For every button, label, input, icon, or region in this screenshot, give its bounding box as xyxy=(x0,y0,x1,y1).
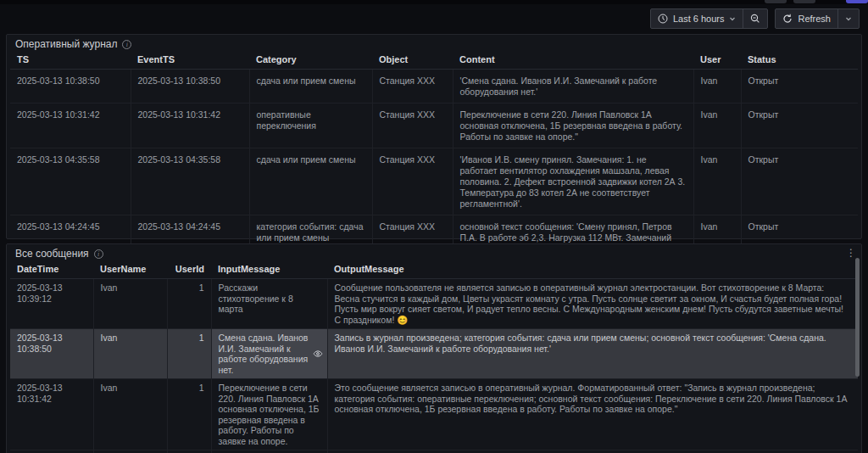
chevron-down-icon xyxy=(845,15,852,22)
time-controls: Last 6 hours xyxy=(650,8,769,29)
chrome-button[interactable] xyxy=(793,0,815,3)
column-header-eventts[interactable]: EventTS xyxy=(131,52,249,70)
chrome-button[interactable] xyxy=(765,0,787,3)
column-header-category[interactable]: Category xyxy=(249,52,372,70)
column-header-content[interactable]: Content xyxy=(453,52,693,70)
column-header-userid[interactable]: UserId xyxy=(167,261,211,279)
table-header-row: DateTime UserName UserId InputMessage Ou… xyxy=(10,261,858,279)
chrome-accent-button[interactable] xyxy=(846,0,868,3)
table-header-row: TS EventTS Category Object Content User … xyxy=(10,52,858,70)
window-chrome xyxy=(0,0,868,4)
panel-header: Все сообщения i xyxy=(7,244,861,261)
column-header-status[interactable]: Status xyxy=(741,52,858,70)
chevron-down-icon xyxy=(729,15,736,22)
panel-operational-journal: Оперативный журнал i TS EventTS Category… xyxy=(6,34,862,239)
info-icon[interactable]: i xyxy=(122,40,131,49)
refresh-button[interactable]: Refresh xyxy=(776,9,837,28)
cell-username: Ivan xyxy=(93,279,167,329)
panel-menu-icon[interactable]: ⋮ xyxy=(846,248,856,258)
zoom-out-button[interactable] xyxy=(743,9,767,28)
refresh-label: Refresh xyxy=(798,14,831,24)
cell-status: Открыт xyxy=(741,70,858,103)
dashboard-toolbar: Last 6 hours Refresh xyxy=(0,4,868,33)
column-header-object[interactable]: Object xyxy=(372,52,453,70)
refresh-controls: Refresh xyxy=(775,8,860,29)
column-header-user[interactable]: User xyxy=(693,52,741,70)
cell-object: Станция XXX xyxy=(372,148,453,215)
cell-output-message: Это сообщение является записью в операти… xyxy=(327,379,858,450)
cell-userid: 1 xyxy=(167,379,211,450)
cell-input-message: Переключение в сети 220. Линия Павловск … xyxy=(211,379,327,450)
panel-title: Все сообщения xyxy=(15,248,89,260)
refresh-icon xyxy=(782,14,793,24)
time-range-picker[interactable]: Last 6 hours xyxy=(651,9,743,28)
cell-datetime: 2025-03-13 10:38:50 xyxy=(10,329,93,379)
cell-object: Станция XXX xyxy=(372,103,453,148)
cell-input-message[interactable]: Смена сдана. Иванов И.И. Замечаний к раб… xyxy=(211,329,327,379)
cell-content: 'Иванов И.В. смену принял. Замечания: 1.… xyxy=(453,148,693,215)
cell-status: Открыт xyxy=(741,148,858,215)
cell-datetime: 2025-03-13 10:30:12 xyxy=(10,450,93,453)
column-header-datetime[interactable]: DateTime xyxy=(10,261,93,279)
column-header-outputmessage[interactable]: OutputMessage xyxy=(327,261,858,279)
column-header-inputmessage[interactable]: InputMessage xyxy=(211,261,327,279)
cell-input-message: Расскажи стихотворение к 8 марта xyxy=(211,279,327,329)
cell-datetime: 2025-03-13 10:39:12 xyxy=(10,279,93,329)
cell-content: Переключение в сети 220. Линия Павловск … xyxy=(453,103,693,148)
journal-table: TS EventTS Category Object Content User … xyxy=(10,52,858,269)
cell-output-message: Запись в журнал произведена; категория с… xyxy=(327,329,858,379)
column-header-ts[interactable]: TS xyxy=(10,52,131,70)
table-row: 2025-03-13 10:39:12 Ivan 1 Расскажи стих… xyxy=(10,279,858,329)
inspect-eye-icon[interactable] xyxy=(313,349,323,359)
cell-username: Ivan xyxy=(93,450,167,453)
cell-eventts: 2025-03-13 10:31:42 xyxy=(131,103,249,148)
cell-datetime: 2025-03-13 10:31:42 xyxy=(10,379,93,450)
cell-output-message: Сообщение пользователя не является запис… xyxy=(327,279,858,329)
cell-eventts: 2025-03-13 10:38:50 xyxy=(131,70,249,103)
cell-ts: 2025-03-13 04:35:58 xyxy=(10,148,131,215)
cell-category: оперативные переключения xyxy=(249,103,372,148)
panel-all-messages: ⋮ Все сообщения i DateTime UserName User… xyxy=(6,243,862,453)
table-row: 2025-03-13 04:35:58 2025-03-13 04:35:58 … xyxy=(10,148,858,215)
cell-userid: 1 xyxy=(167,450,211,453)
cell-category: сдача или прием смены xyxy=(249,70,372,103)
cell-ts: 2025-03-13 10:38:50 xyxy=(10,70,131,103)
cell-content: 'Смена сдана. Иванов И.И. Замечаний к ра… xyxy=(453,70,693,103)
cell-user: Ivan xyxy=(693,103,741,148)
info-icon[interactable]: i xyxy=(94,249,103,259)
table-row: 2025-03-13 10:31:42 2025-03-13 10:31:42 … xyxy=(10,103,858,148)
zoom-out-icon xyxy=(750,14,760,24)
panel-title: Оперативный журнал xyxy=(15,38,117,50)
cell-username: Ivan xyxy=(93,329,167,379)
cell-eventts: 2025-03-13 04:35:58 xyxy=(131,148,249,215)
table-row: 2025-03-13 10:38:50 2025-03-13 10:38:50 … xyxy=(10,70,858,103)
cell-userid: 1 xyxy=(167,279,211,329)
time-range-label: Last 6 hours xyxy=(673,14,725,24)
cell-input-message: Напиши шутку про день энергетика xyxy=(211,450,327,453)
cell-user: Ivan xyxy=(693,70,741,103)
cell-object: Станция XXX xyxy=(372,70,453,103)
table-row: 2025-03-13 10:30:12 Ivan 1 Напиши шутку … xyxy=(10,450,858,453)
cell-user: Ivan xyxy=(693,148,741,215)
cell-category: сдача или прием смены xyxy=(249,148,372,215)
table-row: 2025-03-13 10:31:42 Ivan 1 Переключение … xyxy=(10,379,858,450)
grafana-dashboard: Last 6 hours Refresh Оперативный журнал … xyxy=(0,0,868,453)
cell-ts: 2025-03-13 10:31:42 xyxy=(10,103,131,148)
column-header-username[interactable]: UserName xyxy=(93,261,167,279)
cell-userid: 1 xyxy=(167,329,211,379)
cell-output-message: Это сообщение не является записью в опер… xyxy=(327,450,858,453)
refresh-interval-dropdown[interactable] xyxy=(837,9,859,28)
clock-icon xyxy=(658,14,668,24)
table-row-hovered: 2025-03-13 10:38:50 Ivan 1 Смена сдана. … xyxy=(10,329,858,379)
messages-table: DateTime UserName UserId InputMessage Ou… xyxy=(10,261,858,453)
input-message-text: Смена сдана. Иванов И.И. Замечаний к раб… xyxy=(219,333,309,375)
cell-status: Открыт xyxy=(741,103,858,148)
table-scrollbar[interactable] xyxy=(855,258,860,377)
cell-username: Ivan xyxy=(93,379,167,450)
panel-header: Оперативный журнал i xyxy=(7,35,861,52)
